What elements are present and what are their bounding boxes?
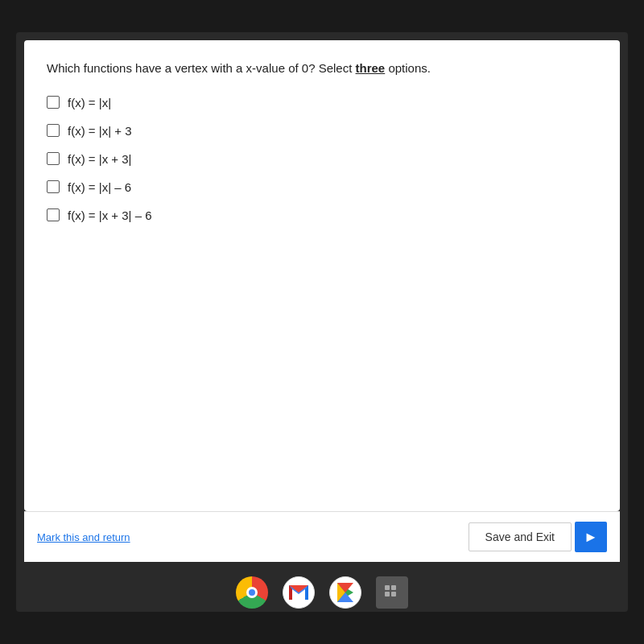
svg-rect-3 [391,592,396,597]
play-store-svg [336,583,354,602]
svg-rect-1 [391,585,396,590]
checkbox-3[interactable] [47,152,60,165]
checkbox-1[interactable] [47,96,60,109]
app-drawer-icon[interactable] [376,576,408,609]
play-store-icon[interactable] [329,576,361,609]
next-arrow-icon: ► [584,529,598,546]
question-text-after: options. [385,61,431,75]
option-label-5: f(x) = |x + 3| – 6 [68,208,152,222]
screen-wrapper: Which functions have a vertex with a x-v… [16,32,628,612]
option-item-5[interactable]: f(x) = |x + 3| – 6 [47,208,597,222]
svg-rect-0 [385,585,390,590]
option-item-4[interactable]: f(x) = |x| – 6 [47,180,597,194]
mark-return-link[interactable]: Mark this and return [37,531,130,543]
gmail-icon[interactable] [283,576,315,609]
taskbar [16,570,628,612]
option-label-4: f(x) = |x| – 6 [68,180,131,194]
question-bold: three [356,61,386,75]
drawer-svg [384,584,400,601]
checkbox-5[interactable] [47,208,60,221]
option-item-1[interactable]: f(x) = |x| [47,96,597,109]
chrome-inner-circle [246,587,258,598]
option-label-3: f(x) = |x + 3| [68,152,131,166]
option-item-2[interactable]: f(x) = |x| + 3 [47,124,597,138]
footer-right: Save and Exit ► [469,522,607,552]
chrome-icon[interactable] [236,576,268,609]
option-item-3[interactable]: f(x) = |x + 3| [47,152,597,166]
option-label-1: f(x) = |x| [68,96,111,109]
question-text: Which functions have a vertex with a x-v… [47,60,597,78]
footer-bar: Mark this and return Save and Exit ► [24,511,620,562]
svg-rect-2 [385,592,390,597]
options-list: f(x) = |x| f(x) = |x| + 3 f(x) = |x + 3|… [47,96,597,496]
question-text-before: Which functions have a vertex with a x-v… [47,61,356,75]
option-label-2: f(x) = |x| + 3 [68,124,131,138]
save-exit-button[interactable]: Save and Exit [469,522,572,551]
next-button[interactable]: ► [575,522,607,552]
checkbox-2[interactable] [47,124,60,137]
checkbox-4[interactable] [47,180,60,193]
gmail-svg [289,585,308,600]
quiz-card: Which functions have a vertex with a x-v… [24,40,620,511]
